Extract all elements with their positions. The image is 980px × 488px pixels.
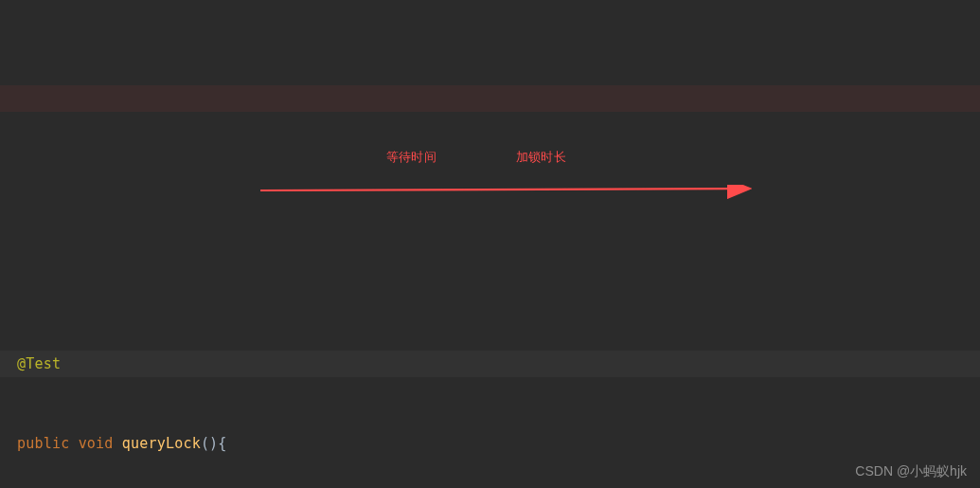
annotation-test: @Test: [17, 355, 61, 372]
watermark: CSDN @小蚂蚁hjk: [855, 463, 967, 480]
annotation-lease-time: 加锁时长: [516, 144, 566, 171]
method-queryLock: queryLock: [122, 435, 201, 452]
red-arrow: [260, 185, 762, 202]
svg-line-0: [260, 189, 748, 190]
annotation-wait-time: 等待时间: [386, 144, 437, 171]
code-editor: 等待时间 加锁时长 @Test public void queryLock(){…: [0, 0, 980, 488]
